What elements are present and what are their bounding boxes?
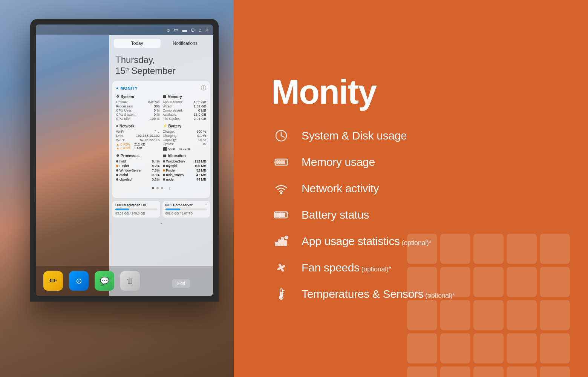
feature-fan-label: Fan speeds (optional)*	[302, 261, 391, 274]
proc-windowserver: WindowServer7.5%	[116, 169, 160, 172]
collapse-arrow[interactable]: ⌄	[109, 218, 213, 227]
feature-memory-label: Memory usage	[302, 156, 375, 169]
feature-temp-label: Temperatures & Sensors (optional)*	[302, 288, 455, 300]
stats-icon	[271, 233, 291, 249]
svg-rect-13	[275, 242, 277, 246]
feature-memory: Memory usage	[271, 154, 558, 170]
memory-icon	[271, 154, 291, 170]
left-panel: ⌾ ▭ ▬ ⊙ ⌕ ≡ Today Notifications	[0, 0, 234, 377]
temp-icon	[271, 286, 291, 302]
battery-charge: Charge:100 %	[163, 130, 207, 133]
network-title: ⌾ Network	[116, 124, 160, 128]
system-cpu-idle: CPU Idle:100 %	[116, 117, 160, 121]
airplay-menubar-icon: ▭	[174, 27, 178, 33]
activity-icon	[271, 128, 291, 144]
svg-rect-5	[283, 161, 285, 164]
dock-sketch-icon[interactable]: ✏	[43, 271, 63, 291]
widget-header: ● MONITY ⓘ	[116, 85, 206, 92]
feature-temp: Temperatures & Sensors (optional)*	[271, 286, 558, 302]
feature-list: System & Disk usage Memory usage	[271, 128, 558, 302]
svg-rect-2	[277, 161, 278, 164]
battery-capacity: Capacity:95 %	[163, 138, 207, 142]
battery-status: ⬛ 58 % ▭ 77 %	[163, 147, 207, 151]
macintosh-hd-header: HDD Macintosh HD	[115, 203, 157, 207]
proc-finder: Finder8.2%	[116, 164, 160, 168]
svg-rect-4	[281, 161, 283, 164]
memory-app: App Memory:1.65 GB	[163, 100, 207, 104]
search-menubar-icon: ⌕	[199, 27, 202, 33]
pagination: ›	[116, 182, 206, 194]
macintosh-hd-bar: HDD Macintosh HD 83.09 GB / 249.8 GB	[112, 201, 160, 218]
processes-title: ⚙ Processes	[116, 154, 160, 158]
feature-system-disk: System & Disk usage	[271, 128, 558, 144]
proc-hidd: hidd8.4%	[116, 159, 160, 163]
alloc-mysqld: mysqld106 MB	[163, 164, 207, 168]
network-wan: WAN:87.78.227.16	[116, 138, 160, 142]
monity-widget: ● MONITY ⓘ ⚙ System Uptime:0-01:44	[112, 81, 210, 198]
system-uptime: Uptime:0-01:44	[116, 100, 160, 104]
memory-compressed: Compressed:0 MB	[163, 109, 207, 112]
dock-safari-icon[interactable]: ⊙	[69, 271, 89, 291]
battery-icon	[271, 207, 291, 223]
processes-section: ⚙ Processes hidd8.4% Finder8.2% WindowSe…	[116, 154, 160, 182]
widget-info-icon[interactable]: ⓘ	[201, 85, 206, 92]
alloc-node: node44 MB	[163, 178, 207, 181]
widget-title: ● MONITY	[116, 86, 138, 90]
battery-charging: Charging:0.1 W	[163, 134, 207, 138]
system-processes: Processes:305	[116, 104, 160, 108]
notifications-tab[interactable]: Notifications	[162, 39, 209, 48]
alloc-windowserv: WindowServ112 MB	[163, 159, 207, 163]
panel-tabs: Today Notifications	[109, 35, 213, 51]
page-dot-1	[152, 187, 154, 189]
menubar: ⌾ ▭ ▬ ⊙ ⌕ ≡	[36, 25, 213, 35]
macintosh-hd-usage: 83.09 GB / 249.8 GB	[115, 211, 157, 215]
homeserver-usage: 682.0 GB / 1.87 TB	[165, 211, 207, 215]
homeserver-header: NET Homeserver ↑	[165, 203, 207, 207]
feature-network-label: Network activity	[302, 182, 379, 195]
feature-app-usage-label: App usage statistics (optional)*	[302, 235, 431, 248]
memory-title: ▦ Memory	[163, 95, 207, 99]
allocation-title: ▦ Allocation	[163, 154, 207, 158]
today-tab[interactable]: Today	[114, 39, 161, 48]
homeserver-bar-bg	[165, 208, 207, 210]
dock-trash-icon[interactable]: 🗑	[120, 271, 140, 291]
system-cpu-user: CPU User:0 %	[116, 109, 160, 112]
allocation-section: ▦ Allocation WindowServ112 MB mysqld106 …	[163, 154, 207, 182]
network-wifi: Wi-Fi ⌃⌄	[116, 130, 160, 133]
status-bars: HDD Macintosh HD 83.09 GB / 249.8 GB NET…	[112, 201, 210, 218]
memory-available: Available:13.0 GB	[163, 113, 207, 116]
feature-fan: Fan speeds (optional)*	[271, 260, 558, 276]
svg-rect-16	[284, 241, 286, 246]
app-title: Monity	[271, 75, 558, 109]
feature-network: Network activity	[271, 181, 558, 196]
right-panel: Monity System & Disk usage	[241, 0, 588, 377]
network-traffic: ▲ 0 KB/s ▲ 0 KB/s 212 KB 1 MB	[116, 143, 160, 150]
feature-system-disk-label: System & Disk usage	[302, 129, 407, 142]
clock-menubar-icon: ⊙	[191, 27, 195, 33]
feature-app-usage: App usage statistics (optional)*	[271, 233, 558, 249]
memory-filecache: File Cache:2.01 GB	[163, 117, 207, 121]
date-line2: 15th September	[115, 66, 207, 77]
svg-rect-15	[281, 238, 283, 246]
network-lan: LAN:192.168.10.102	[116, 134, 160, 138]
page-arrow[interactable]: ›	[168, 185, 170, 191]
page-dot-3	[161, 187, 163, 189]
battery-section: ⚡ Battery Charge:100 % Charging:0.1 W Ca…	[163, 124, 207, 151]
battery-title: ⚡ Battery	[163, 124, 207, 128]
menu-menubar-icon: ≡	[205, 27, 208, 33]
disk-used-bar	[115, 208, 129, 210]
dock-messages-icon[interactable]: 💬	[95, 271, 114, 291]
disk-bar-bg	[115, 208, 157, 210]
memory-section: ▦ Memory App Memory:1.65 GB Wired:1.39 G…	[163, 95, 207, 121]
fan-icon	[271, 260, 291, 276]
alloc-finder: Finder52 MB	[163, 169, 207, 172]
svg-rect-3	[279, 161, 280, 164]
mac-screen: ⌾ ▭ ▬ ⊙ ⌕ ≡ Today Notifications	[36, 25, 213, 296]
panel-date: Thursday, 15th September	[109, 51, 213, 81]
proc-authd: authd0.3%	[116, 173, 160, 177]
alloc-mds-stores: mds_stores47 MB	[163, 173, 207, 177]
wifi-icon	[271, 181, 291, 196]
edit-button[interactable]: Edit	[172, 279, 190, 288]
feature-battery: Battery status	[271, 207, 558, 223]
memory-wired: Wired:1.39 GB	[163, 104, 207, 108]
